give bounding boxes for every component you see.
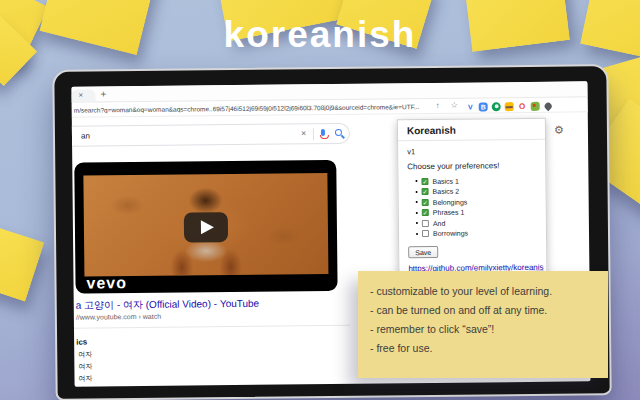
preference-checkbox[interactable] [422,230,429,237]
preference-checkbox[interactable] [422,219,429,226]
koreanish-extension-icon[interactable] [531,101,540,110]
preference-option: ✓Basics 1 [415,176,536,185]
annotation-note: - customizable to your level of learning… [358,271,608,378]
preference-checkbox[interactable]: ✓ [421,177,428,184]
popup-version: v1 [407,146,536,156]
video-player[interactable]: vevo [74,160,337,294]
result-url: //www.youtube.com › watch [76,313,161,321]
preference-label: Borrowings [433,230,468,237]
note-line: - can be turned on and off at any time. [370,301,596,320]
burger-extension-icon[interactable] [505,102,514,111]
preference-option: Borrowings [416,228,537,237]
preference-label: And [433,219,446,226]
preference-label: Basics 2 [433,188,460,195]
snippet-line: 여자 [78,374,92,384]
green-circle-extension-icon[interactable] [492,102,501,111]
snippet-line: 여자 [78,350,92,360]
bullet-icon [416,212,418,214]
popup-prompt: Choose your preferences! [407,161,536,171]
preference-option: ✓Phrases 1 [416,207,537,216]
bookmark-star-icon[interactable]: ☆ [451,101,458,110]
preference-label: Basics 1 [432,177,459,184]
snippet-tail: e be your 여자... More [77,384,146,387]
share-icon[interactable]: ↑ [436,101,440,110]
bullet-icon [415,180,417,182]
sticky-note [0,225,44,302]
note-line: - remember to click “save”! [370,320,596,339]
bullet-icon [416,191,418,193]
clear-search-icon[interactable]: × [301,128,306,138]
pinned-extension-icon[interactable] [543,101,553,111]
preferences-list: ✓Basics 1✓Basics 2✓Belongings✓Phrases 1A… [407,176,537,238]
translate-extension-icon[interactable]: B [479,102,488,111]
browser-tab[interactable]: × [71,89,95,102]
popup-title: Koreanish [398,119,545,142]
search-icon[interactable] [335,129,342,136]
voice-search-icon[interactable] [321,129,325,136]
tab-close-icon[interactable]: × [79,91,84,100]
settings-gear-icon[interactable]: ⚙ [554,124,564,137]
v-extension-icon[interactable]: V [466,102,475,111]
preference-checkbox[interactable]: ✓ [422,198,429,205]
divider [313,128,314,140]
bullet-icon [416,201,418,203]
preference-checkbox[interactable]: ✓ [422,188,429,195]
note-line: - customizable to your level of learning… [370,282,596,301]
preference-label: Belongings [433,198,468,205]
snippet-heading: ics [76,338,87,347]
snippet-line: 여자 [78,362,92,372]
bullet-icon [416,222,418,224]
search-query-text[interactable]: an [81,132,90,141]
result-title-link[interactable]: a 고양이 - 여자 (Official Video) - YouTube [76,297,260,313]
divider [74,325,350,329]
red-o-extension-icon[interactable]: O [518,101,527,110]
preference-option: ✓Belongings [416,197,537,206]
preference-checkbox[interactable]: ✓ [422,209,429,216]
preference-label: Phrases 1 [433,209,465,216]
new-tab-button[interactable]: + [100,88,106,99]
snippet-tail-text: e be your 여자... [77,385,128,387]
preference-option: ✓Basics 2 [416,186,537,195]
url-text[interactable]: m/search?q=woman&oq=woman&aqs=chrome..69… [74,103,432,114]
bullet-icon [416,233,418,235]
extension-popup: Koreanish v1 Choose your preferences! ✓B… [397,118,548,294]
play-button[interactable] [184,212,228,242]
hero-title: koreanish [0,14,640,56]
search-input[interactable]: an × [71,123,350,147]
more-link[interactable]: More [130,385,146,387]
note-line: - free for use. [370,339,596,358]
preference-option: And [416,218,537,227]
vevo-logo: vevo [86,274,127,292]
save-button[interactable]: Save [408,246,438,258]
